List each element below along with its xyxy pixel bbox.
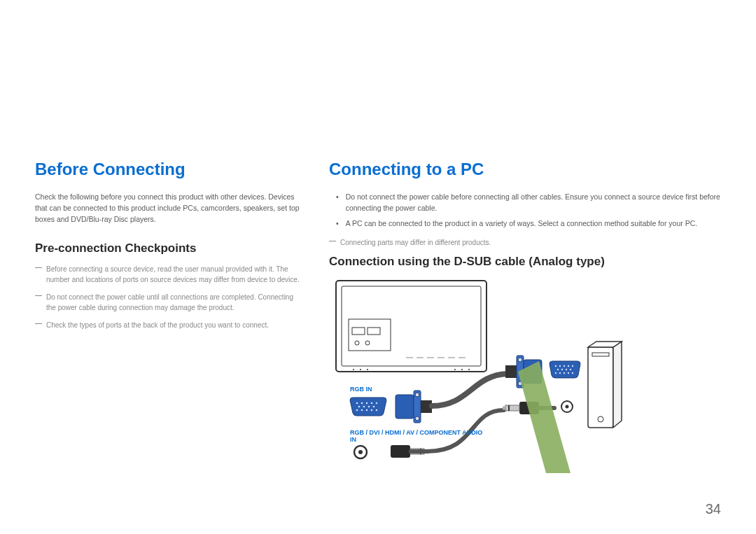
svg-point-58 <box>572 372 573 374</box>
svg-point-37 <box>415 393 419 397</box>
svg-rect-4 <box>368 328 380 335</box>
svg-point-57 <box>568 372 569 374</box>
audio-in-label: RGB / DVI / HDMI / AV / COMPONENT AUDIO … <box>350 429 490 443</box>
svg-rect-40 <box>505 365 517 378</box>
svg-point-45 <box>555 365 556 367</box>
svg-point-17 <box>461 369 463 370</box>
dsub-subheading: Connection using the D-SUB cable (Analog… <box>329 255 721 269</box>
dash-icon <box>35 295 42 296</box>
dash-icon <box>329 241 336 241</box>
svg-rect-70 <box>508 405 510 411</box>
svg-point-29 <box>361 409 363 412</box>
svg-point-30 <box>366 409 368 412</box>
connecting-pc-heading: Connecting to a PC <box>329 160 721 179</box>
svg-point-13 <box>353 369 354 370</box>
dash-icon <box>35 267 42 268</box>
svg-point-27 <box>373 406 375 408</box>
checkpoint-item: Before connecting a source device, read … <box>35 264 301 285</box>
checkpoint-text: Before connecting a source device, read … <box>46 264 301 285</box>
right-column: Connecting to a PC Do not connect the po… <box>329 160 721 477</box>
svg-point-23 <box>376 402 378 405</box>
checkpoint-text: Do not connect the power cable until all… <box>46 292 301 313</box>
svg-point-46 <box>559 365 561 367</box>
svg-rect-69 <box>505 405 519 411</box>
svg-point-19 <box>356 402 358 405</box>
page-number: 34 <box>706 501 721 517</box>
svg-rect-60 <box>592 353 609 356</box>
list-item: A PC can be connected to the product in … <box>329 218 721 230</box>
svg-point-49 <box>572 365 573 367</box>
svg-point-54 <box>555 372 556 374</box>
checkpoint-text: Check the types of ports at the back of … <box>46 320 301 330</box>
list-item: Do not connect the power cable before co… <box>329 192 721 214</box>
svg-point-25 <box>363 406 365 408</box>
svg-point-31 <box>371 409 373 412</box>
svg-point-28 <box>356 409 358 412</box>
svg-point-24 <box>358 406 360 408</box>
svg-point-38 <box>415 416 419 421</box>
rgb-in-label: RGB IN <box>350 386 372 393</box>
svg-point-55 <box>559 372 561 374</box>
dash-icon <box>35 323 42 324</box>
svg-point-56 <box>564 372 565 374</box>
connection-diagram: RGB IN RGB / DVI / HDMI / AV / COMPONENT… <box>329 277 721 477</box>
connecting-note: Connecting parts may differ in different… <box>329 237 721 248</box>
svg-point-53 <box>570 369 571 370</box>
svg-point-34 <box>358 450 363 454</box>
svg-point-26 <box>368 406 370 408</box>
connecting-note-text: Connecting parts may differ in different… <box>340 237 721 248</box>
svg-point-63 <box>566 405 569 409</box>
svg-point-21 <box>366 402 368 405</box>
intro-paragraph: Check the following before you connect t… <box>35 192 301 225</box>
svg-point-50 <box>557 369 559 370</box>
svg-point-42 <box>518 358 522 362</box>
svg-point-51 <box>561 369 563 370</box>
svg-rect-64 <box>391 445 410 458</box>
bullet-list: Do not connect the power cable before co… <box>329 192 721 229</box>
svg-point-52 <box>566 369 567 370</box>
svg-rect-35 <box>396 395 414 419</box>
svg-rect-3 <box>352 328 365 335</box>
svg-point-18 <box>468 369 470 370</box>
svg-rect-59 <box>588 347 613 428</box>
checkpoint-item: Check the types of ports at the back of … <box>35 320 301 330</box>
svg-point-20 <box>361 402 363 405</box>
svg-point-22 <box>371 402 373 405</box>
svg-point-15 <box>367 369 368 370</box>
svg-point-48 <box>568 365 569 367</box>
checkpoint-item: Do not connect the power cable until all… <box>35 292 301 313</box>
svg-point-32 <box>376 409 378 412</box>
left-column: Before Connecting Check the following be… <box>35 160 301 477</box>
pre-connection-subheading: Pre-connection Checkpoints <box>35 241 301 255</box>
svg-point-14 <box>360 369 361 370</box>
svg-rect-71 <box>503 407 505 410</box>
before-connecting-heading: Before Connecting <box>35 160 301 179</box>
dsub-diagram-svg <box>329 277 721 477</box>
svg-point-47 <box>564 365 565 367</box>
svg-point-16 <box>454 369 456 370</box>
